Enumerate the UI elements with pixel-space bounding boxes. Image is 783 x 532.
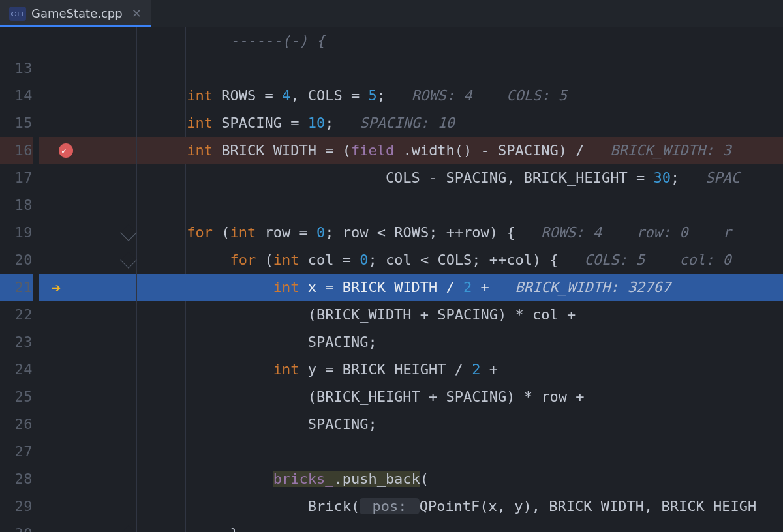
line-number: 19 [0, 219, 33, 246]
inline-value-hint: ROWS: 4 COLS: 5 [412, 87, 567, 104]
line-number: 18 [0, 192, 33, 219]
execution-pointer-icon: ➔ [51, 274, 61, 301]
line-number: 25 [0, 383, 33, 411]
tab-filename: GameState.cpp [31, 0, 123, 27]
line-number: 27 [0, 438, 33, 466]
line-number: 22 [0, 301, 33, 329]
code-line[interactable]: } [137, 520, 783, 532]
code-line[interactable] [137, 192, 783, 219]
code-line[interactable]: int ROWS = 4, COLS = 5; ROWS: 4 COLS: 5 [137, 82, 783, 110]
line-number: 24 [0, 356, 33, 383]
inline-value-hint: COLS: 5 col: 0 [585, 252, 731, 268]
tab-bar: C++ GameState.cpp ✕ [0, 0, 783, 27]
code-line[interactable]: SPACING; [137, 329, 783, 356]
close-icon[interactable]: ✕ [132, 0, 142, 27]
line-number: 13 [0, 55, 33, 82]
code-area[interactable]: ------(-) { int ROWS = 4, COLS = 5; ROWS… [137, 27, 783, 532]
inline-value-hint: SPACING: 10 [360, 115, 455, 131]
code-line[interactable]: for (int col = 0; col < COLS; ++col) { C… [137, 246, 783, 274]
code-line[interactable]: for (int row = 0; row < ROWS; ++row) { R… [137, 219, 783, 246]
line-number: 29 [0, 493, 33, 520]
code-line-current[interactable]: int x = BRICK_WIDTH / 2 + BRICK_WIDTH: 3… [137, 274, 783, 301]
code-line[interactable]: int BRICK_WIDTH = (field_.width() - SPAC… [137, 137, 783, 164]
inline-value-hint: BRICK_WIDTH: 32767 [515, 279, 671, 295]
line-number-gutter: 13 14 15 16 17 18 19 20 21 22 23 24 25 2… [0, 27, 39, 532]
code-line[interactable]: bricks_.push_back( [137, 466, 783, 493]
parameter-hint: pos: [360, 498, 419, 514]
inline-value-hint: SPAC [705, 170, 740, 186]
line-number: 15 [0, 110, 33, 137]
line-number: 28 [0, 466, 33, 493]
line-number: 17 [0, 164, 33, 192]
inline-value-hint: BRICK_WIDTH: 3 [610, 142, 731, 158]
line-number: 26 [0, 411, 33, 438]
line-number: 14 [0, 82, 33, 110]
code-editor[interactable]: 13 14 15 16 17 18 19 20 21 22 23 24 25 2… [0, 27, 783, 532]
code-line[interactable]: COLS - SPACING, BRICK_HEIGHT = 30; SPAC [137, 164, 783, 192]
code-line[interactable]: ------(-) { [137, 27, 783, 55]
code-line[interactable]: int y = BRICK_HEIGHT / 2 + [137, 356, 783, 383]
line-number: 23 [0, 329, 33, 356]
fold-handle-icon[interactable] [120, 252, 136, 268]
inline-value-hint: ROWS: 4 row: 0 r [541, 224, 731, 241]
code-line[interactable]: SPACING; [137, 411, 783, 438]
line-number: 16 [0, 137, 33, 164]
line-number: 20 [0, 246, 33, 274]
cpp-file-icon: C++ [9, 7, 26, 21]
line-number [0, 27, 33, 55]
code-line[interactable]: int SPACING = 10; SPACING: 10 [137, 110, 783, 137]
code-line[interactable] [137, 438, 783, 466]
code-line[interactable]: (BRICK_HEIGHT + SPACING) * row + [137, 383, 783, 411]
code-line[interactable] [137, 55, 783, 82]
code-line[interactable]: Brick( pos: QPointF(x, y), BRICK_WIDTH, … [137, 493, 783, 520]
breakpoint-icon[interactable] [59, 143, 73, 158]
tab-gamestate-cpp[interactable]: C++ GameState.cpp ✕ [0, 0, 151, 27]
code-line[interactable]: (BRICK_WIDTH + SPACING) * col + [137, 301, 783, 329]
line-number: 21 [0, 274, 33, 301]
fold-gutter[interactable] [85, 27, 137, 532]
marker-gutter[interactable]: ➔ [39, 27, 85, 532]
fold-handle-icon[interactable] [120, 525, 136, 532]
line-number: 30 [0, 520, 33, 532]
fold-handle-icon[interactable] [120, 224, 136, 241]
